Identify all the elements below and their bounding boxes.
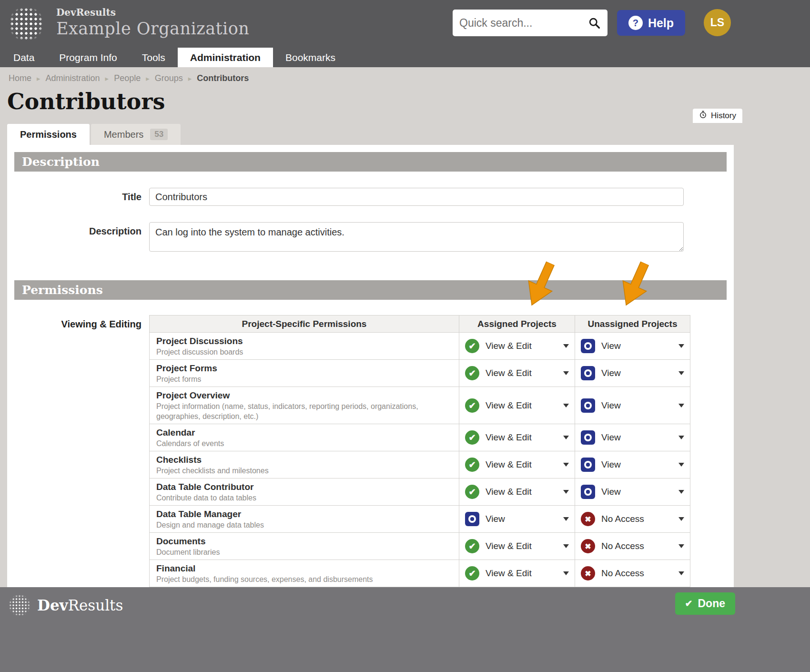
content-card: Description Title Description Can log in… (7, 145, 734, 587)
chevron-down-icon (678, 571, 684, 575)
description-label: Description (14, 222, 149, 252)
breadcrumb-item[interactable]: Groups (155, 73, 183, 83)
unassigned-permission-dropdown[interactable]: View (575, 333, 690, 359)
permission-row: Data Table ManagerDesign and manage data… (150, 506, 690, 533)
permissions-table-header-row: Project-Specific Permissions Assigned Pr… (150, 316, 690, 333)
permission-description: Project forms (156, 374, 452, 384)
assigned-permission-dropdown[interactable]: View & Edit (459, 424, 575, 451)
help-button[interactable]: ? Help (617, 10, 685, 36)
search-input[interactable] (459, 17, 588, 30)
permission-value: View (601, 368, 621, 378)
nav-item-bookmarks[interactable]: Bookmarks (273, 48, 348, 67)
app-header: DevResults Example Organization ? Help L… (0, 0, 810, 48)
chevron-down-icon (563, 544, 569, 548)
footer-brand-rest: Results (68, 597, 123, 614)
nav-item-tools[interactable]: Tools (130, 48, 178, 67)
search-icon[interactable] (588, 17, 601, 30)
permission-description: Project discussion boards (156, 347, 452, 357)
permissions-table-body: Project DiscussionsProject discussion bo… (150, 333, 690, 588)
main-nav: DataProgram InfoToolsAdministrationBookm… (0, 48, 810, 67)
no-access-icon (581, 512, 595, 526)
assigned-permission-dropdown[interactable]: View & Edit (459, 387, 575, 424)
tab-permissions[interactable]: Permissions (7, 124, 90, 145)
view-icon (581, 366, 595, 380)
stopwatch-icon (699, 111, 707, 121)
column-header-unassigned-projects: Unassigned Projects (575, 316, 690, 333)
assigned-permission-dropdown[interactable]: View (459, 506, 575, 532)
column-header-assigned-projects: Assigned Projects (459, 316, 575, 333)
devresults-logo-icon[interactable] (9, 6, 44, 41)
title-input[interactable] (149, 188, 684, 206)
permission-value: View (601, 459, 621, 470)
done-button[interactable]: ✔ Done (675, 592, 735, 615)
chevron-down-icon (678, 490, 684, 494)
permission-row: ChecklistsProject checklists and milesto… (150, 451, 690, 479)
assigned-permission-dropdown[interactable]: View & Edit (459, 560, 575, 587)
permission-value: View & Edit (486, 459, 532, 470)
nav-item-administration[interactable]: Administration (178, 48, 273, 67)
permission-row: Data Table ContributorContribute data to… (150, 479, 690, 506)
unassigned-permission-dropdown[interactable]: View (575, 424, 690, 451)
tab-members[interactable]: Members 53 (91, 124, 181, 145)
view-edit-icon (465, 398, 479, 413)
view-icon (581, 339, 595, 353)
viewing-editing-label: Viewing & Editing (14, 315, 149, 587)
permission-description: Project budgets, funding sources, expens… (156, 574, 452, 584)
unassigned-permission-dropdown[interactable]: View (575, 360, 690, 387)
assigned-permission-dropdown[interactable]: View & Edit (459, 533, 575, 560)
permission-name: Project Overview (156, 389, 452, 401)
view-edit-icon (465, 430, 479, 445)
permission-value: No Access (601, 541, 644, 551)
nav-item-data[interactable]: Data (1, 48, 47, 67)
help-label: Help (648, 16, 674, 30)
permission-value: View (601, 487, 621, 497)
organization-name: Example Organization (56, 19, 249, 38)
breadcrumb: Home▸Administration▸People▸Groups▸Contri… (0, 67, 810, 86)
chevron-down-icon (678, 436, 684, 439)
unassigned-permission-dropdown[interactable]: View (575, 387, 690, 424)
members-count-badge: 53 (150, 129, 168, 140)
permission-row: DocumentsDocument librariesView & EditNo… (150, 533, 690, 560)
description-input[interactable]: Can log into the system to manage activi… (149, 222, 684, 252)
view-edit-icon (465, 485, 479, 499)
viewing-editing-block: Viewing & Editing Project-Specific Permi… (14, 315, 727, 587)
permission-name: Data Table Manager (156, 508, 452, 520)
breadcrumb-separator-icon: ▸ (188, 74, 192, 82)
nav-item-program-info[interactable]: Program Info (47, 48, 129, 67)
description-section-header: Description (14, 152, 727, 172)
breadcrumb-item[interactable]: People (114, 73, 141, 83)
permission-value: View & Edit (486, 432, 532, 443)
user-avatar[interactable]: LS (704, 9, 731, 36)
breadcrumb-separator-icon: ▸ (37, 74, 40, 82)
permission-value: View (601, 341, 621, 351)
history-button[interactable]: History (693, 109, 742, 123)
title-row: Contributors History (0, 86, 810, 124)
permission-value: View & Edit (486, 487, 532, 497)
chevron-down-icon (678, 404, 684, 407)
chevron-down-icon (563, 517, 569, 521)
chevron-down-icon (563, 490, 569, 494)
breadcrumb-item[interactable]: Contributors (197, 73, 249, 83)
permission-row: Project FormsProject formsView & EditVie… (150, 360, 690, 387)
permission-name: Checklists (156, 454, 452, 466)
unassigned-permission-dropdown[interactable]: No Access (575, 533, 690, 560)
breadcrumb-separator-icon: ▸ (146, 74, 150, 82)
check-icon: ✔ (685, 598, 693, 609)
permission-value: View (486, 514, 505, 524)
assigned-permission-dropdown[interactable]: View & Edit (459, 479, 575, 505)
assigned-permission-dropdown[interactable]: View & Edit (459, 360, 575, 387)
unassigned-permission-dropdown[interactable]: View (575, 479, 690, 505)
permission-row: Project OverviewProject information (nam… (150, 387, 690, 424)
unassigned-permission-dropdown[interactable]: View (575, 451, 690, 478)
chevron-down-icon (678, 517, 684, 521)
unassigned-permission-dropdown[interactable]: No Access (575, 560, 690, 587)
unassigned-permission-dropdown[interactable]: No Access (575, 506, 690, 532)
permission-value: View (601, 400, 621, 411)
assigned-permission-dropdown[interactable]: View & Edit (459, 451, 575, 478)
permission-value: View & Edit (486, 400, 532, 411)
breadcrumb-item[interactable]: Administration (46, 73, 100, 83)
breadcrumb-separator-icon: ▸ (105, 74, 109, 82)
breadcrumb-item[interactable]: Home (9, 73, 31, 83)
chevron-down-icon (678, 463, 684, 467)
assigned-permission-dropdown[interactable]: View & Edit (459, 333, 575, 359)
